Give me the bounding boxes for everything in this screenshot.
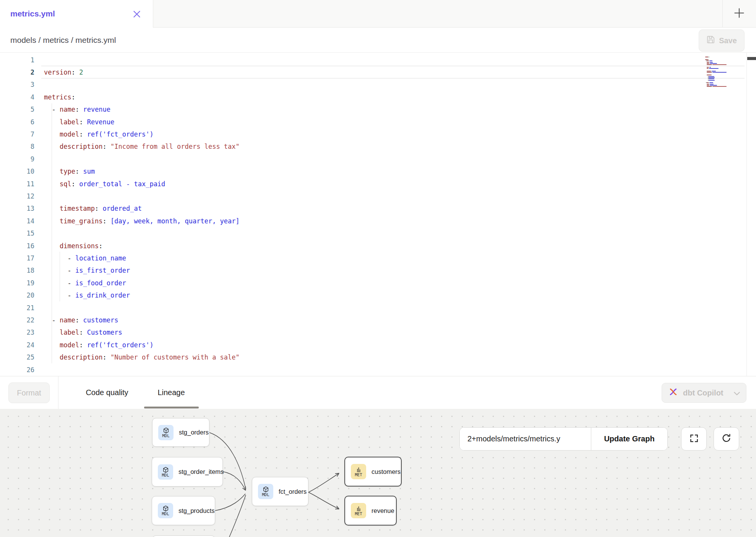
badge-label: MET (355, 473, 362, 477)
dbt-copilot-icon (668, 387, 678, 399)
lineage-search-group: Update Graph (459, 427, 668, 451)
code-line-13[interactable]: 13 timestamp: ordered_at (0, 202, 741, 215)
node-partial_node[interactable] (152, 535, 215, 537)
code-line-10[interactable]: 10 type: sum (0, 165, 741, 178)
line-number: 26 (0, 366, 34, 374)
line-number: 18 (0, 267, 34, 274)
code-text: timestamp: ordered_at (44, 205, 142, 212)
code-line-16[interactable]: 16 dimensions: (0, 239, 741, 252)
code-line-1[interactable]: 1 (0, 54, 741, 66)
line-number: 16 (0, 242, 34, 250)
code-line-20[interactable]: 20 - is_drink_order (0, 289, 741, 302)
code-line-24[interactable]: 24 model: ref('fct_orders') (0, 338, 741, 351)
line-number: 2 (0, 68, 34, 76)
code-line-22[interactable]: 22 - name: customers (0, 314, 741, 326)
fullscreen-button[interactable] (681, 427, 707, 451)
code-line-3[interactable]: 3 (0, 78, 741, 91)
code-line-8[interactable]: 8 description: "Income from all orders l… (0, 140, 741, 153)
code-text: model: ref('fct_orders') (44, 130, 154, 138)
save-icon (706, 35, 715, 46)
node-stg_order_items[interactable]: MDLstg_order_items (152, 457, 223, 487)
code-line-4[interactable]: 4metrics: (0, 91, 741, 103)
node-fct_orders[interactable]: MDLfct_orders (252, 477, 308, 506)
code-line-18[interactable]: 18 - is_first_order (0, 264, 741, 277)
active-tab-underline (144, 407, 199, 408)
node-customers[interactable]: METcustomers (344, 457, 402, 487)
cube-icon: MDL (158, 464, 173, 480)
search-input[interactable] (460, 428, 591, 450)
code-line-26[interactable]: 26 (0, 363, 741, 376)
code-line-19[interactable]: 19 - is_food_order (0, 277, 741, 289)
code-text: description: "Income from all orders les… (44, 143, 240, 150)
code-line-12[interactable]: 12 (0, 190, 741, 202)
code-text: label: Customers (44, 329, 122, 336)
code-text: version: 2 (44, 68, 83, 76)
code-text: time_grains: [day, week, month, quarter,… (44, 217, 240, 225)
dbt-copilot-button[interactable]: dbt Copilot (662, 383, 746, 403)
code-text: type: sum (44, 168, 95, 175)
tab-code-quality[interactable]: Code quality (81, 376, 133, 409)
format-button[interactable]: Format (8, 382, 50, 403)
minimap[interactable] (705, 55, 745, 89)
line-number: 6 (0, 118, 34, 126)
save-label: Save (719, 36, 737, 45)
line-number: 13 (0, 205, 34, 212)
code-line-6[interactable]: 6 label: Revenue (0, 116, 741, 128)
line-number: 11 (0, 180, 34, 188)
bar-chart-icon: MET (351, 464, 366, 479)
code-line-2[interactable]: 2version: 2 (0, 66, 741, 78)
lineage-canvas[interactable]: MDLstg_ordersMDLstg_order_itemsMDLstg_pr… (0, 409, 756, 537)
code-text: model: ref('fct_orders') (44, 341, 154, 349)
bottom-toolbar: Format Code quality Lineage dbt Copilot (0, 376, 756, 409)
line-number: 4 (0, 93, 34, 101)
update-graph-button[interactable]: Update Graph (591, 428, 667, 450)
line-number: 1 (0, 56, 34, 64)
code-line-9[interactable]: 9 (0, 153, 741, 165)
close-icon[interactable] (131, 9, 142, 20)
code-text: - is_drink_order (44, 291, 130, 299)
code-line-25[interactable]: 25 description: "Number of customers wit… (0, 351, 741, 364)
line-number: 17 (0, 254, 34, 262)
badge-label: MDL (262, 493, 269, 497)
tab-lineage-label: Lineage (157, 388, 185, 397)
refresh-button[interactable] (714, 427, 739, 451)
tab-metrics-yml[interactable]: metrics.yml (0, 0, 153, 28)
code-line-23[interactable]: 23 label: Customers (0, 326, 741, 339)
code-line-21[interactable]: 21 (0, 301, 741, 314)
code-line-7[interactable]: 7 model: ref('fct_orders') (0, 128, 741, 140)
code-line-11[interactable]: 11 sql: order_total - tax_paid (0, 177, 741, 190)
code-line-17[interactable]: 17 - location_name (0, 252, 741, 264)
node-label: stg_orders (179, 429, 209, 436)
breadcrumb: models / metrics / metrics.yml (10, 28, 116, 53)
breadcrumb-row: models / metrics / metrics.yml Save (0, 28, 756, 53)
save-button[interactable]: Save (699, 29, 745, 52)
minimap-separator (746, 53, 747, 376)
badge-label: MET (355, 512, 362, 516)
node-stg_products[interactable]: MDLstg_products (152, 496, 215, 525)
chevron-down-icon (734, 389, 740, 397)
new-tab-separator (722, 0, 723, 27)
code-editor[interactable]: 12version: 234metrics:5 - name: revenue6… (0, 53, 756, 376)
tab-lineage[interactable]: Lineage (154, 376, 188, 409)
new-tab-button[interactable] (728, 5, 750, 23)
dbt-ide-window: metrics.yml models / metrics / metrics.y… (0, 0, 756, 537)
code-line-5[interactable]: 5 - name: revenue (0, 103, 741, 116)
code-text: dimensions: (44, 242, 103, 250)
node-stg_orders[interactable]: MDLstg_orders (152, 418, 209, 447)
badge-label: MDL (162, 512, 169, 516)
refresh-icon (721, 433, 732, 445)
code-line-14[interactable]: 14 time_grains: [day, week, month, quart… (0, 215, 741, 227)
node-revenue[interactable]: METrevenue (344, 496, 397, 526)
node-label: stg_products (178, 507, 214, 514)
code-line-15[interactable]: 15 (0, 227, 741, 240)
bar-chart-icon: MET (351, 503, 366, 518)
scrollbar-marker[interactable] (747, 57, 756, 60)
line-number: 12 (0, 192, 34, 200)
code-text: description: "Number of customers with a… (44, 353, 240, 361)
dbt-copilot-label: dbt Copilot (683, 389, 729, 397)
code-text: sql: order_total - tax_paid (44, 180, 165, 188)
line-number: 24 (0, 341, 34, 349)
tab-title[interactable]: metrics.yml (10, 0, 55, 28)
code-text: - is_first_order (44, 267, 130, 274)
line-number: 10 (0, 168, 34, 175)
